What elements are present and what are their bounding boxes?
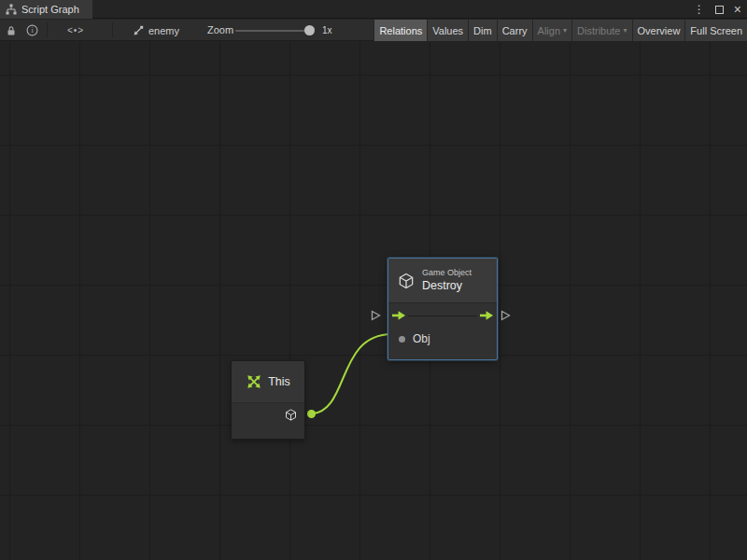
zoom-slider-track[interactable]: [235, 30, 314, 32]
node-destroy[interactable]: Game Object Destroy Obj: [388, 258, 498, 360]
flow-input-port[interactable]: [369, 309, 382, 322]
destroy-flow-row: [388, 303, 497, 329]
carry-label: Carry: [502, 25, 528, 36]
this-output-port[interactable]: [307, 410, 316, 418]
flow-output-port[interactable]: [499, 309, 512, 322]
this-node-header: This: [232, 361, 304, 402]
maximize-icon[interactable]: [715, 6, 724, 14]
graph-breadcrumb[interactable]: enemy: [133, 20, 179, 41]
window-tab-script-graph[interactable]: Script Graph: [0, 0, 92, 19]
chevron-down-icon: ▾: [624, 26, 627, 35]
window-controls: ⋮ ×: [694, 0, 741, 19]
distribute-button[interactable]: Distribute ▾: [571, 20, 631, 41]
carry-button[interactable]: Carry: [497, 20, 532, 41]
embed-code-button[interactable]: <•>: [60, 20, 92, 41]
info-icon: i: [26, 24, 38, 36]
obj-input-port[interactable]: [399, 336, 405, 343]
distribute-label: Distribute: [577, 25, 620, 36]
overview-label: Overview: [638, 25, 681, 36]
flow-relation-line: [408, 315, 477, 316]
dim-label: Dim: [473, 25, 492, 36]
relations-button[interactable]: Relations: [374, 20, 427, 41]
values-label: Values: [432, 25, 463, 36]
info-button[interactable]: i: [22, 20, 41, 41]
game-object-cube-icon: [284, 408, 298, 422]
graph-icon: [6, 4, 17, 15]
script-graph-window: Script Graph ⋮ × i <•>: [0, 0, 747, 560]
toolbar-separator: [47, 22, 48, 37]
overview-button[interactable]: Overview: [632, 20, 685, 41]
chevron-down-icon: ▾: [563, 26, 567, 35]
graph-toolbar: i <•> enemy Zoom 1x Relations Values: [0, 20, 747, 41]
graph-name-label: enemy: [148, 25, 179, 36]
destroy-node-titles: Game Object Destroy: [422, 268, 472, 293]
node-title-label: Destroy: [422, 279, 472, 293]
full-screen-button[interactable]: Full Screen: [684, 20, 747, 41]
zoom-slider-handle[interactable]: [304, 25, 315, 35]
embed-code-icon: <•>: [67, 25, 84, 35]
window-menu-icon[interactable]: ⋮: [694, 0, 705, 19]
game-object-cube-icon: [397, 272, 416, 290]
align-label: Align: [538, 25, 560, 36]
values-button[interactable]: Values: [427, 20, 468, 41]
close-icon[interactable]: ×: [734, 0, 741, 19]
this-node-title: This: [268, 375, 290, 388]
zoom-label: Zoom: [207, 20, 233, 41]
graph-canvas[interactable]: This Game Object Destroy: [0, 42, 747, 560]
toolbar-separator: [112, 22, 113, 37]
connection-wire: [312, 334, 393, 414]
dim-button[interactable]: Dim: [468, 20, 497, 41]
svg-text:i: i: [31, 26, 34, 35]
flow-output-arrow-icon[interactable]: [480, 310, 494, 321]
this-node-body: [232, 402, 304, 439]
node-this[interactable]: This: [231, 360, 305, 440]
relations-label: Relations: [379, 25, 422, 36]
lock-icon: [7, 25, 16, 36]
destroy-node-header: Game Object Destroy: [388, 259, 497, 303]
this-move-icon: [246, 373, 262, 390]
lock-button[interactable]: [2, 20, 21, 41]
toolbar-button-group: Relations Values Dim Carry Align ▾ Distr…: [374, 20, 747, 41]
node-category-label: Game Object: [422, 268, 472, 279]
connection-layer: [0, 42, 747, 560]
title-bar: Script Graph ⋮ ×: [0, 0, 747, 19]
zoom-value: 1x: [322, 20, 332, 41]
align-button[interactable]: Align ▾: [532, 20, 571, 41]
destroy-obj-row: Obj: [388, 329, 497, 349]
graph-pointer-icon: [133, 25, 144, 36]
full-screen-label: Full Screen: [690, 25, 742, 36]
window-title: Script Graph: [21, 4, 79, 15]
flow-input-arrow-icon[interactable]: [392, 310, 406, 321]
obj-port-label: Obj: [413, 332, 430, 345]
